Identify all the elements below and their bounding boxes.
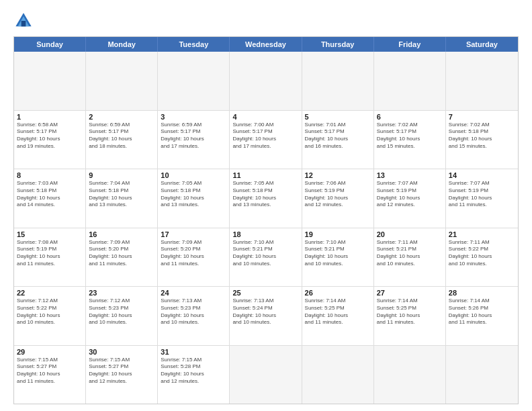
day-cell-20: 20Sunrise: 7:11 AM Sunset: 5:21 PM Dayli…	[374, 228, 446, 287]
day-cell-17: 17Sunrise: 7:09 AM Sunset: 5:20 PM Dayli…	[158, 228, 230, 287]
day-cell-3: 3Sunrise: 6:59 AM Sunset: 5:17 PM Daylig…	[158, 111, 230, 169]
empty-cell	[230, 346, 302, 404]
day-cell-28: 28Sunrise: 7:14 AM Sunset: 5:26 PM Dayli…	[446, 287, 518, 345]
day-number: 4	[232, 113, 298, 121]
day-header-wednesday: Wednesday	[230, 37, 302, 52]
day-cell-22: 22Sunrise: 7:12 AM Sunset: 5:22 PM Dayli…	[14, 287, 86, 345]
day-number: 17	[161, 230, 226, 238]
day-info: Sunrise: 7:11 AM Sunset: 5:21 PM Dayligh…	[377, 239, 443, 268]
day-number: 26	[305, 289, 371, 297]
empty-cell	[14, 52, 86, 110]
day-header-thursday: Thursday	[302, 37, 374, 52]
calendar: SundayMondayTuesdayWednesdayThursdayFrid…	[13, 36, 519, 404]
day-cell-5: 5Sunrise: 7:01 AM Sunset: 5:17 PM Daylig…	[302, 111, 374, 169]
header	[13, 11, 519, 31]
day-number: 19	[305, 230, 371, 238]
day-number: 10	[161, 171, 226, 179]
day-number: 21	[449, 230, 515, 238]
calendar-body: 1Sunrise: 6:58 AM Sunset: 5:17 PM Daylig…	[14, 52, 518, 404]
calendar-header: SundayMondayTuesdayWednesdayThursdayFrid…	[14, 37, 518, 52]
day-number: 1	[17, 113, 83, 121]
day-info: Sunrise: 7:02 AM Sunset: 5:18 PM Dayligh…	[449, 122, 515, 150]
day-number: 24	[161, 289, 226, 297]
day-cell-19: 19Sunrise: 7:10 AM Sunset: 5:21 PM Dayli…	[302, 228, 374, 287]
day-number: 14	[449, 171, 515, 179]
empty-cell	[158, 52, 230, 110]
day-cell-16: 16Sunrise: 7:09 AM Sunset: 5:20 PM Dayli…	[86, 228, 158, 287]
calendar-week-5: 29Sunrise: 7:15 AM Sunset: 5:27 PM Dayli…	[14, 346, 518, 404]
day-cell-11: 11Sunrise: 7:05 AM Sunset: 5:18 PM Dayli…	[230, 169, 302, 228]
day-number: 6	[377, 113, 443, 121]
calendar-week-2: 8Sunrise: 7:03 AM Sunset: 5:18 PM Daylig…	[14, 169, 518, 228]
day-number: 8	[17, 171, 83, 179]
day-number: 20	[377, 230, 443, 238]
day-info: Sunrise: 7:10 AM Sunset: 5:21 PM Dayligh…	[232, 239, 298, 268]
day-cell-6: 6Sunrise: 7:02 AM Sunset: 5:17 PM Daylig…	[374, 111, 446, 169]
day-info: Sunrise: 7:15 AM Sunset: 5:27 PM Dayligh…	[89, 357, 154, 385]
day-cell-24: 24Sunrise: 7:13 AM Sunset: 5:23 PM Dayli…	[158, 287, 230, 345]
day-cell-27: 27Sunrise: 7:14 AM Sunset: 5:25 PM Dayli…	[374, 287, 446, 345]
day-cell-15: 15Sunrise: 7:08 AM Sunset: 5:19 PM Dayli…	[14, 228, 86, 287]
day-cell-14: 14Sunrise: 7:07 AM Sunset: 5:19 PM Dayli…	[446, 169, 518, 228]
calendar-week-4: 22Sunrise: 7:12 AM Sunset: 5:22 PM Dayli…	[14, 287, 518, 346]
day-info: Sunrise: 7:12 AM Sunset: 5:23 PM Dayligh…	[89, 298, 154, 326]
empty-cell	[446, 52, 518, 110]
day-info: Sunrise: 7:09 AM Sunset: 5:20 PM Dayligh…	[161, 239, 226, 268]
calendar-week-3: 15Sunrise: 7:08 AM Sunset: 5:19 PM Dayli…	[14, 228, 518, 287]
day-cell-26: 26Sunrise: 7:14 AM Sunset: 5:25 PM Dayli…	[302, 287, 374, 345]
empty-cell	[302, 52, 374, 110]
calendar-week-1: 1Sunrise: 6:58 AM Sunset: 5:17 PM Daylig…	[14, 111, 518, 170]
day-number: 30	[89, 348, 154, 356]
logo	[13, 11, 36, 31]
day-cell-1: 1Sunrise: 6:58 AM Sunset: 5:17 PM Daylig…	[14, 111, 86, 169]
day-cell-23: 23Sunrise: 7:12 AM Sunset: 5:23 PM Dayli…	[86, 287, 158, 345]
day-header-tuesday: Tuesday	[158, 37, 230, 52]
day-number: 9	[89, 171, 154, 179]
day-header-saturday: Saturday	[446, 37, 518, 52]
day-number: 31	[161, 348, 226, 356]
day-number: 2	[89, 113, 154, 121]
day-number: 12	[305, 171, 371, 179]
day-number: 29	[17, 348, 83, 356]
day-info: Sunrise: 7:06 AM Sunset: 5:19 PM Dayligh…	[305, 180, 371, 209]
day-cell-18: 18Sunrise: 7:10 AM Sunset: 5:21 PM Dayli…	[230, 228, 302, 287]
day-info: Sunrise: 7:13 AM Sunset: 5:24 PM Dayligh…	[232, 298, 298, 326]
day-info: Sunrise: 7:10 AM Sunset: 5:21 PM Dayligh…	[305, 239, 371, 268]
day-info: Sunrise: 6:58 AM Sunset: 5:17 PM Dayligh…	[17, 122, 83, 150]
svg-rect-2	[21, 21, 26, 26]
day-cell-25: 25Sunrise: 7:13 AM Sunset: 5:24 PM Dayli…	[230, 287, 302, 345]
day-cell-8: 8Sunrise: 7:03 AM Sunset: 5:18 PM Daylig…	[14, 169, 86, 228]
day-info: Sunrise: 7:05 AM Sunset: 5:18 PM Dayligh…	[232, 180, 298, 209]
day-header-sunday: Sunday	[14, 37, 86, 52]
day-number: 25	[232, 289, 298, 297]
day-number: 18	[232, 230, 298, 238]
day-info: Sunrise: 7:14 AM Sunset: 5:25 PM Dayligh…	[377, 298, 443, 326]
day-number: 5	[305, 113, 371, 121]
empty-cell	[446, 346, 518, 404]
day-number: 23	[89, 289, 154, 297]
day-cell-30: 30Sunrise: 7:15 AM Sunset: 5:27 PM Dayli…	[86, 346, 158, 404]
day-info: Sunrise: 7:09 AM Sunset: 5:20 PM Dayligh…	[89, 239, 154, 268]
day-number: 22	[17, 289, 83, 297]
day-info: Sunrise: 7:04 AM Sunset: 5:18 PM Dayligh…	[89, 180, 154, 209]
day-info: Sunrise: 7:08 AM Sunset: 5:19 PM Dayligh…	[17, 239, 83, 268]
day-info: Sunrise: 7:03 AM Sunset: 5:18 PM Dayligh…	[17, 180, 83, 209]
day-cell-10: 10Sunrise: 7:05 AM Sunset: 5:18 PM Dayli…	[158, 169, 230, 228]
day-number: 13	[377, 171, 443, 179]
empty-cell	[374, 346, 446, 404]
day-number: 3	[161, 113, 226, 121]
day-number: 28	[449, 289, 515, 297]
day-number: 7	[449, 113, 515, 121]
day-info: Sunrise: 7:13 AM Sunset: 5:23 PM Dayligh…	[161, 298, 226, 326]
day-info: Sunrise: 7:01 AM Sunset: 5:17 PM Dayligh…	[305, 122, 371, 150]
page: SundayMondayTuesdayWednesdayThursdayFrid…	[0, 0, 532, 411]
day-info: Sunrise: 7:15 AM Sunset: 5:28 PM Dayligh…	[161, 357, 226, 385]
day-cell-29: 29Sunrise: 7:15 AM Sunset: 5:27 PM Dayli…	[14, 346, 86, 404]
day-info: Sunrise: 7:07 AM Sunset: 5:19 PM Dayligh…	[449, 180, 515, 209]
day-cell-12: 12Sunrise: 7:06 AM Sunset: 5:19 PM Dayli…	[302, 169, 374, 228]
day-info: Sunrise: 7:14 AM Sunset: 5:25 PM Dayligh…	[305, 298, 371, 326]
day-cell-13: 13Sunrise: 7:07 AM Sunset: 5:19 PM Dayli…	[374, 169, 446, 228]
day-header-monday: Monday	[86, 37, 158, 52]
day-cell-4: 4Sunrise: 7:00 AM Sunset: 5:17 PM Daylig…	[230, 111, 302, 169]
empty-cell	[374, 52, 446, 110]
